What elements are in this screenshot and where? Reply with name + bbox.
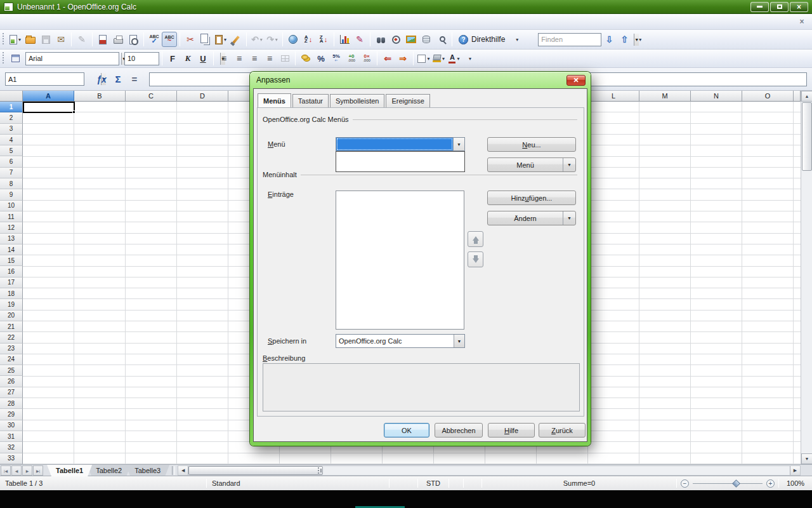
find-previous-button[interactable]: ⇧: [617, 32, 632, 47]
move-down-button[interactable]: [468, 251, 483, 267]
borders-button[interactable]: ▾: [416, 51, 431, 66]
row-header-29[interactable]: 29: [0, 409, 23, 420]
abbrechen-button[interactable]: Abbrechen: [435, 423, 483, 438]
save-button[interactable]: [38, 32, 53, 47]
dialog-titlebar[interactable]: Anpassen: [250, 72, 591, 88]
copy-button[interactable]: [198, 32, 213, 47]
dialog-close-button[interactable]: ✕: [566, 75, 586, 86]
aendern-dropdown-button[interactable]: ▼: [563, 211, 575, 225]
horizontal-scrollbar-thumb[interactable]: [188, 466, 323, 475]
sum-button[interactable]: Σ: [110, 72, 126, 86]
align-left-button[interactable]: ≡: [216, 51, 232, 66]
row-header-16[interactable]: 16: [0, 266, 23, 277]
entries-listbox[interactable]: [336, 190, 464, 330]
decrease-indent-button[interactable]: ⇐: [380, 51, 395, 66]
toolbar-overflow-button[interactable]: ▾: [462, 51, 477, 66]
edit-file-button[interactable]: ✎: [74, 32, 89, 47]
autospellcheck-button[interactable]: ABC~: [162, 32, 177, 47]
row-header-2[interactable]: 2: [0, 112, 23, 123]
status-sum[interactable]: Summe=0: [482, 476, 676, 490]
zoom-slider-track[interactable]: [693, 483, 763, 484]
increase-indent-button[interactable]: ⇒: [395, 51, 410, 66]
status-zoom-level[interactable]: 100%: [779, 476, 812, 490]
background-color-button[interactable]: ▾: [431, 51, 447, 66]
close-button[interactable]: ×: [790, 2, 808, 12]
sheet-tab-tabelle2[interactable]: Tabelle2: [87, 465, 131, 476]
direkthilfe-button[interactable]: ? Direkthilfe: [455, 32, 509, 47]
hyperlink-button[interactable]: [285, 32, 301, 47]
currency-format-button[interactable]: [298, 51, 313, 66]
scroll-down-button[interactable]: ▼: [801, 453, 812, 464]
scroll-left-button[interactable]: ◀: [178, 466, 188, 475]
status-page-style[interactable]: Standard: [207, 476, 389, 490]
zoom-in-button[interactable]: +: [766, 479, 775, 488]
zoom-out-button[interactable]: −: [681, 479, 689, 488]
column-header-C[interactable]: C: [126, 91, 177, 102]
toolbar-overflow-button[interactable]: ▾: [632, 32, 647, 47]
redo-button[interactable]: ↷▾: [265, 32, 280, 47]
sort-ascending-button[interactable]: AZ↓: [301, 32, 316, 47]
row-header-13[interactable]: 13: [0, 234, 23, 244]
row-header-28[interactable]: 28: [0, 398, 23, 409]
row-header-1[interactable]: 1: [0, 102, 23, 112]
row-header-11[interactable]: 11: [0, 211, 23, 222]
toolbar-grip[interactable]: [2, 52, 5, 65]
styles-button[interactable]: [8, 51, 23, 66]
row-header-4[interactable]: 4: [0, 135, 23, 145]
align-justified-button[interactable]: ≡: [262, 51, 277, 66]
zoom-button[interactable]: [434, 32, 449, 47]
add-decimal-button[interactable]: +0.000: [344, 51, 359, 66]
datasources-button[interactable]: [419, 32, 434, 47]
column-header-D[interactable]: D: [177, 91, 228, 102]
spellcheck-button[interactable]: ABC✓: [147, 32, 162, 47]
hinzufuegen-button[interactable]: Hinzufügen...: [487, 190, 576, 205]
column-header-N[interactable]: N: [691, 91, 742, 102]
toolbar-overflow-button[interactable]: ▾: [509, 32, 524, 47]
percent-format-button[interactable]: %: [313, 51, 329, 66]
row-header-22[interactable]: 22: [0, 332, 23, 343]
row-header-23[interactable]: 23: [0, 344, 23, 354]
gallery-button[interactable]: [403, 32, 419, 47]
close-document-button[interactable]: ×: [797, 17, 807, 27]
restore-button[interactable]: [770, 2, 789, 12]
horizontal-scrollbar[interactable]: ◀ ▶: [178, 465, 801, 476]
row-header-15[interactable]: 15: [0, 255, 23, 266]
hilfe-button[interactable]: Hilfe: [488, 423, 535, 438]
row-header-33[interactable]: 33: [0, 453, 23, 464]
find-next-button[interactable]: ⇩: [601, 32, 617, 47]
save-in-combobox[interactable]: OpenOffice.org Calc ▼: [336, 334, 465, 348]
tab-symbolleisten[interactable]: Symbolleisten: [330, 94, 384, 107]
column-header-L[interactable]: L: [588, 91, 639, 102]
tab-area-splitter[interactable]: [172, 466, 175, 475]
column-header-B[interactable]: B: [74, 91, 126, 102]
select-all-corner[interactable]: [0, 91, 23, 102]
status-selection-mode[interactable]: STD: [418, 476, 449, 490]
align-center-button[interactable]: ≡: [232, 51, 247, 66]
align-right-button[interactable]: ≡: [247, 51, 262, 66]
menu-combobox[interactable]: ▼: [336, 137, 465, 151]
neu-button[interactable]: Neu...: [487, 137, 576, 152]
tab-ereignisse[interactable]: Ereignisse: [386, 94, 429, 107]
insert-chart-button[interactable]: [337, 32, 352, 47]
underline-button[interactable]: U: [195, 51, 211, 66]
font-color-button[interactable]: A▾: [447, 51, 462, 66]
first-sheet-button[interactable]: |◀: [1, 465, 11, 476]
new-document-button[interactable]: ▾: [8, 32, 23, 47]
row-header-3[interactable]: 3: [0, 124, 23, 135]
ok-button[interactable]: OK: [384, 423, 429, 438]
previous-sheet-button[interactable]: ◀: [11, 465, 22, 476]
row-header-7[interactable]: 7: [0, 168, 23, 178]
paste-button[interactable]: ▾: [213, 32, 228, 47]
menu-split-dropdown-button[interactable]: ▼: [563, 158, 575, 171]
toolbar-grip[interactable]: [2, 33, 5, 46]
row-header-24[interactable]: 24: [0, 354, 23, 365]
undo-button[interactable]: ↶▾: [249, 32, 265, 47]
zoom-slider-thumb[interactable]: [732, 479, 740, 488]
row-header-31[interactable]: 31: [0, 431, 23, 442]
scroll-up-button[interactable]: ▲: [801, 91, 812, 102]
row-header-25[interactable]: 25: [0, 365, 23, 376]
column-header-O[interactable]: O: [742, 91, 794, 102]
save-in-dropdown-button[interactable]: ▼: [454, 335, 464, 347]
format-paintbrush-button[interactable]: [228, 32, 244, 47]
italic-button[interactable]: K: [180, 51, 195, 66]
